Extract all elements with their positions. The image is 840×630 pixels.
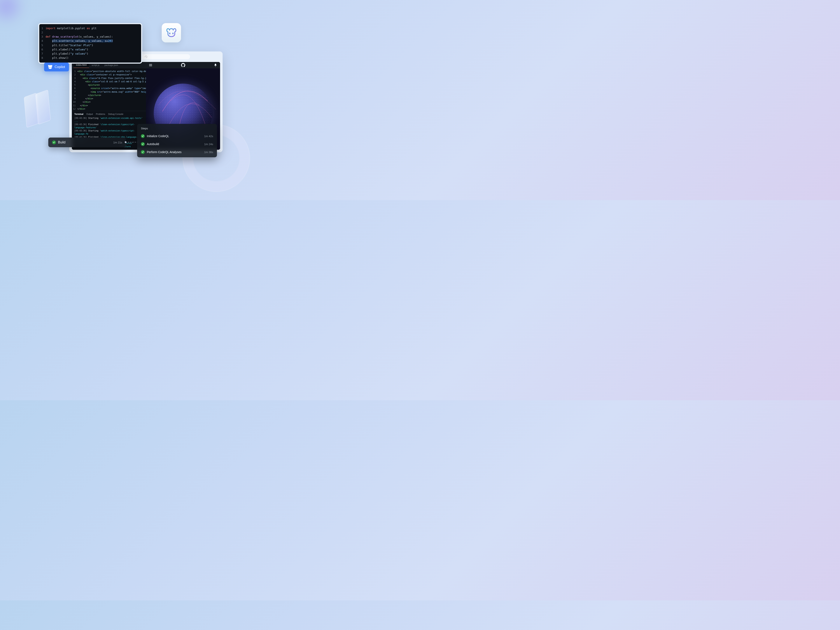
svg-point-1 [172,33,174,34]
steps-panel: Steps Initialize CodeQL 1m 42s Autobuild… [137,124,217,157]
code-line: 3 <div class="d-flex flex-justify-center… [72,76,146,80]
code-line: 9 </div> [72,97,146,100]
code-line: 3def draw_scatterplot(x_values, y_values… [39,35,141,39]
check-icon [141,134,145,138]
code-line: 5 plt.title("Scatter Plot") [39,43,141,47]
code-line: 8 </picture> [72,93,146,97]
terminal-tab[interactable]: Debug Console [108,113,123,115]
code-line: 1<div class="position-absolute width-ful… [72,69,146,73]
decorative-blob [0,0,25,25]
step-time: 1m 36s [204,151,213,154]
bell-icon[interactable] [214,63,217,67]
code-line: 10 </div> [72,100,146,104]
step-time: 1m 42s [204,134,213,138]
step-label: Initialize CodeQL [147,134,169,138]
code-line: 8 plt.show() [39,56,141,60]
code-line: 7 <img src="astro-mona.svg" width="960" … [72,90,146,93]
code-line: 4 plt.scatter(x_values, y_values, s=20) [39,39,141,43]
code-line: 5 <picture> [72,83,146,87]
code-snippet-card: 1import matplotlib.pyplot as plt23def dr… [38,23,142,64]
terminal-tab[interactable]: Terminal [74,113,84,115]
terminal-tabs: TerminalOutputProblemsDebug Console [72,111,146,116]
code-line: 6 plt.xlabel("x values") [39,47,141,52]
step-row[interactable]: Autobuild 1m 24s [137,140,217,148]
terminal-tab[interactable]: Output [86,113,93,115]
check-icon [52,141,56,144]
code-line: 6 <source srcset="astro-mona.webp" type=… [72,87,146,90]
hamburger-icon[interactable] [149,63,152,67]
code-line: 12</div> [72,107,146,111]
terminal-line: [09:43:36] Finished 'clean-extension:typ… [74,123,144,129]
editor-pane: index.htmlscript.jspackage.json 1<div cl… [72,62,146,150]
connector-line [126,142,138,142]
decorative-glass-blocks [25,90,63,132]
refresh-icon [145,55,147,58]
copilot-badge[interactable]: Copilot [44,63,69,71]
step-row[interactable]: Perform CodeQL Analyses 1m 36s [137,148,217,156]
steps-title: Steps [137,127,217,132]
step-label: Autobuild [147,142,159,146]
code-line: 1import matplotlib.pyplot as plt [39,26,141,30]
code-line: 2 <div class="container-xl p-responsive"… [72,73,146,76]
editor-code[interactable]: 1<div class="position-absolute width-ful… [72,68,146,111]
build-time: 1m 21s [113,141,122,144]
check-icon [141,150,145,154]
terminal-line: [09:43:36] Starting 'watch-extension:vsc… [74,117,144,123]
code-line: 7 plt.ylabel("y values") [39,52,141,56]
step-row[interactable]: Initialize CodeQL 1m 42s [137,132,217,140]
build-status-pill[interactable]: Build 1m 21s [48,137,126,147]
github-logo-icon[interactable] [181,63,185,67]
terminal-tab[interactable]: Problems [96,113,105,115]
github-header [146,62,220,68]
code-line: 2 [39,30,141,35]
copilot-app-icon[interactable] [162,23,181,43]
check-icon [141,142,145,146]
terminal-line: [09:43:36] Starting 'watch-extension:typ… [74,129,144,136]
copilot-badge-label: Copilot [55,65,65,69]
copilot-icon [48,65,52,69]
code-line: 11 </div> [72,104,146,107]
svg-point-0 [169,33,171,34]
step-label: Perform CodeQL Analyses [147,150,182,154]
step-time: 1m 24s [204,142,213,146]
copilot-icon [166,27,177,38]
build-label: Build [58,141,66,144]
code-line: 4 <div class="col-8 col-sm-7 col-md-6 co… [72,80,146,83]
